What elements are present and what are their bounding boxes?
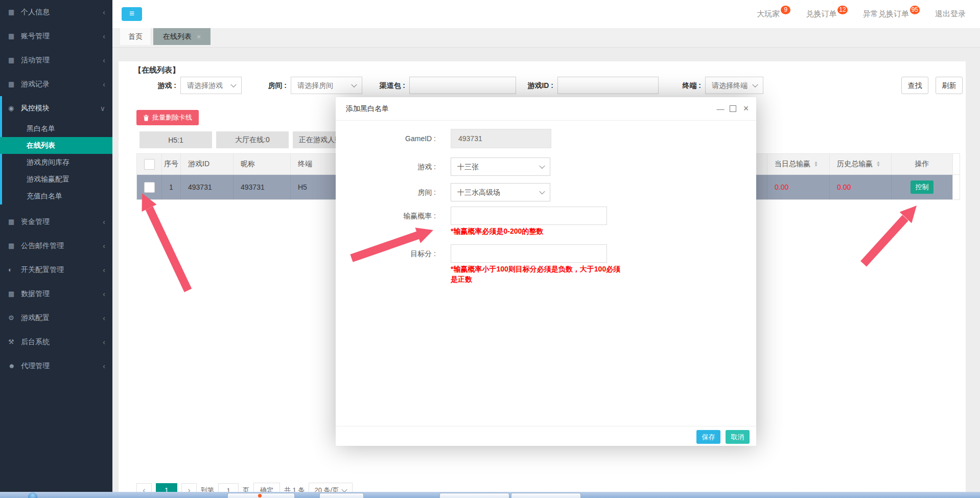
- winrate-input[interactable]: [451, 207, 606, 224]
- sidebar-item-funds-mgmt[interactable]: ▦ 资金管理 ‹: [0, 210, 112, 234]
- select-value: 十三张: [457, 163, 479, 171]
- winrate-validation-hint: *输赢概率必须是0-200的整数: [451, 226, 623, 236]
- sidebar-item-online-list[interactable]: 在线列表: [0, 137, 112, 154]
- sidebar-item-game-winlose-config[interactable]: 游戏输赢配置: [0, 171, 112, 188]
- sort-icon[interactable]: ▲▼: [876, 161, 880, 167]
- column-header-gameid: 游戏ID: [180, 154, 233, 174]
- sidebar-item-label: 账号管理: [21, 32, 50, 41]
- hamburger-menu-button[interactable]: ≡: [122, 7, 142, 21]
- modal-header[interactable]: 添加黑白名单 — ×: [336, 97, 756, 121]
- add-blacklist-modal: 添加黑白名单 — × GameID : 493731 游戏 : 十三张 房间 :…: [336, 97, 756, 446]
- button-label: 批量删除卡线: [152, 113, 192, 122]
- trash-icon: [143, 115, 149, 121]
- chevron-down-icon: [539, 189, 545, 194]
- sidebar-item-backend-system[interactable]: ⚒ 后台系统 ‹: [0, 330, 112, 354]
- sidebar-item-announcement-mail-mgmt[interactable]: ▦ 公告邮件管理 ‹: [0, 234, 112, 258]
- control-button[interactable]: 控制: [911, 180, 934, 194]
- sort-icon[interactable]: ▲▼: [814, 161, 818, 167]
- tab-online-list[interactable]: 在线列表 ×: [153, 28, 211, 45]
- select-value: 十三水高级场: [457, 188, 500, 196]
- chevron-down-icon: [752, 82, 758, 87]
- grid-icon: ▦: [8, 8, 21, 16]
- sidebar-item-label: 公告邮件管理: [21, 241, 64, 251]
- stat-lobby-online-button[interactable]: 大厅在线:0: [216, 131, 289, 148]
- refresh-button[interactable]: 刷新: [936, 77, 963, 94]
- taskbar-notification-dot: [258, 494, 262, 497]
- maximize-icon[interactable]: [730, 105, 736, 112]
- sidebar-item-risk-control[interactable]: ◉ 风控模块 ∨: [0, 96, 112, 120]
- sidebar-item-game-config[interactable]: ⚙ 游戏配置 ‹: [0, 306, 112, 330]
- wrench-icon: ⚒: [8, 338, 21, 346]
- modal-room-select[interactable]: 十三水高级场: [451, 183, 550, 201]
- top-nav: 大玩家 9 兑换订单 12 异常兑换订单 95 退出登录: [757, 9, 980, 19]
- minimize-icon[interactable]: —: [716, 97, 725, 120]
- nav-label: 退出登录: [935, 9, 966, 19]
- nav-label: 大玩家: [757, 9, 780, 19]
- tab-bar: 首页 在线列表 ×: [112, 28, 980, 48]
- select-value: 请选择终端: [712, 81, 748, 89]
- sidebar-item-data-mgmt[interactable]: ▦ 数据管理 ‹: [0, 282, 112, 306]
- sidebar-item-personal-info[interactable]: ▦ 个人信息 ‹: [0, 0, 112, 24]
- close-icon[interactable]: ×: [742, 97, 750, 120]
- modal-title: 添加黑白名单: [346, 97, 389, 120]
- chevron-left-icon: ‹: [103, 80, 105, 88]
- nav-exchange-orders[interactable]: 兑换订单 12: [806, 9, 847, 19]
- page-title: 【在线列表】: [134, 65, 180, 75]
- select-all-checkbox[interactable]: [144, 159, 155, 170]
- save-button[interactable]: 保存: [696, 430, 720, 444]
- sidebar-item-game-room-stock[interactable]: 游戏房间库存: [0, 154, 112, 171]
- cell-nickname: 493731: [233, 175, 290, 199]
- search-button[interactable]: 查找: [901, 77, 928, 94]
- stat-h5-button[interactable]: H5:1: [139, 131, 212, 148]
- sidebar-item-account-mgmt[interactable]: ▦ 账号管理 ‹: [0, 24, 112, 48]
- nav-abnormal-exchange-orders[interactable]: 异常兑换订单 95: [863, 9, 920, 19]
- nav-big-player[interactable]: 大玩家 9: [757, 9, 790, 19]
- start-button[interactable]: [28, 492, 37, 498]
- chevron-left-icon: ‹: [103, 290, 105, 298]
- taskbar-window-button[interactable]: [319, 493, 364, 498]
- taskbar-window-button[interactable]: [439, 493, 509, 498]
- batch-delete-button[interactable]: 批量删除卡线: [136, 110, 199, 125]
- row-checkbox[interactable]: [144, 182, 155, 193]
- sidebar-item-label: 开关配置管理: [21, 265, 64, 275]
- chevron-left-icon: ‹: [103, 266, 105, 274]
- sidebar-item-game-records[interactable]: ▦ 游戏记录 ‹: [0, 72, 112, 96]
- sidebar-item-label: 后台系统: [21, 337, 50, 347]
- nav-logout[interactable]: 退出登录: [935, 9, 966, 19]
- sidebar-item-label: 风控模块: [21, 104, 50, 113]
- grid-icon: ▦: [8, 32, 21, 40]
- cell-gameid: 493731: [180, 175, 233, 199]
- sidebar-item-label: 充值白名单: [27, 192, 62, 201]
- modal-footer: 保存 取消: [336, 426, 756, 446]
- modal-room-label: 房间 :: [336, 183, 436, 201]
- tab-label: 在线列表: [163, 32, 192, 41]
- grid-icon: ▦: [8, 80, 21, 88]
- chevron-left-icon: ‹: [103, 32, 105, 40]
- sidebar-item-recharge-whitelist[interactable]: 充值白名单: [0, 188, 112, 205]
- nav-label: 兑换订单: [806, 9, 836, 19]
- count-badge: 9: [781, 6, 790, 14]
- chevron-left-icon: ‹: [103, 338, 105, 346]
- sidebar-item-label: 黑白名单: [27, 124, 55, 133]
- modal-target-label: 目标分 :: [336, 244, 436, 263]
- terminal-select[interactable]: 请选择终端: [705, 77, 763, 94]
- sidebar-item-label: 活动管理: [21, 56, 50, 65]
- sidebar-item-label: 游戏输赢配置: [27, 175, 69, 184]
- channel-filter-label: 渠道包 :: [333, 77, 405, 94]
- tab-home[interactable]: 首页: [120, 28, 151, 45]
- modal-game-select[interactable]: 十三张: [451, 157, 550, 176]
- close-icon[interactable]: ×: [197, 33, 201, 41]
- os-taskbar[interactable]: [0, 492, 980, 498]
- taskbar-window-button[interactable]: [511, 493, 581, 498]
- cancel-button[interactable]: 取消: [726, 430, 750, 444]
- users-icon: ☻: [8, 362, 21, 370]
- modal-game-label: 游戏 :: [336, 157, 436, 176]
- sidebar-item-activity-mgmt[interactable]: ▦ 活动管理 ‹: [0, 48, 112, 72]
- count-badge: 12: [837, 6, 847, 14]
- target-score-input[interactable]: [451, 245, 606, 262]
- modal-gameid-label: GameID :: [336, 129, 436, 148]
- sidebar-item-blacklist-whitelist[interactable]: 黑白名单: [0, 120, 112, 137]
- sidebar-item-agent-mgmt[interactable]: ☻ 代理管理 ‹: [0, 354, 112, 378]
- sidebar-item-switch-config-mgmt[interactable]: ◐ 开关配置管理 ‹: [0, 258, 112, 282]
- toggle-icon: ◐: [8, 266, 21, 274]
